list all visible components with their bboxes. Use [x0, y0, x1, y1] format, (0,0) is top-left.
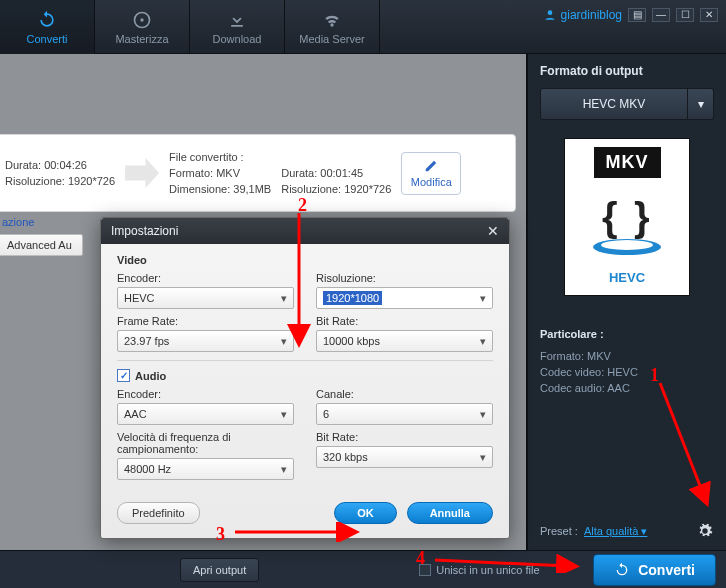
- file-item: Durata: 00:04:26 Risoluzione: 1920*726 F…: [0, 134, 516, 212]
- wifi-icon: [322, 10, 342, 30]
- video-section-heading: Video: [117, 254, 493, 266]
- field-label: Bit Rate:: [316, 315, 493, 327]
- tab-label: Masterizza: [115, 33, 168, 45]
- detail-row: Codec audio: AAC: [540, 382, 714, 394]
- refresh-icon: [37, 10, 57, 30]
- notebook-button[interactable]: ▤: [628, 8, 646, 22]
- dialog-titlebar: Impostazioni ✕: [101, 218, 509, 244]
- dialog-close-button[interactable]: ✕: [487, 224, 499, 238]
- preset-dropdown[interactable]: Alta qualità ▾: [584, 525, 648, 538]
- video-encoder-combo[interactable]: HEVC▾: [117, 287, 294, 309]
- audio-samplerate-combo[interactable]: 48000 Hz▾: [117, 458, 294, 480]
- mkv-badge: MKV: [594, 147, 661, 178]
- dest-meta: File convertito : Formato: MKV Dimension…: [169, 149, 271, 197]
- detail-row: Formato: MKV: [540, 350, 714, 362]
- cancel-button[interactable]: Annulla: [407, 502, 493, 524]
- audio-section-heading: ✓ Audio: [117, 369, 493, 382]
- audio-encoder-combo[interactable]: AAC▾: [117, 403, 294, 425]
- dialog-title: Impostazioni: [111, 224, 178, 238]
- format-button-group: HEVC MKV ▾: [540, 88, 714, 120]
- tab-download[interactable]: Download: [190, 0, 285, 54]
- field-label: Risoluzione:: [316, 272, 493, 284]
- svg-point-4: [601, 240, 653, 250]
- video-resolution-combo[interactable]: 1920*1080▾: [316, 287, 493, 309]
- svg-point-1: [140, 18, 143, 21]
- disc-icon: [132, 10, 152, 30]
- right-panel: Formato di output HEVC MKV ▾ MKV { } HEV…: [528, 54, 726, 550]
- close-window-button[interactable]: ✕: [700, 8, 718, 22]
- tab-masterizza[interactable]: Masterizza: [95, 0, 190, 54]
- user-icon: [543, 8, 557, 22]
- merge-label: Unisci in un unico file: [436, 564, 539, 576]
- advanced-audio-button[interactable]: Advanced Au: [0, 234, 83, 256]
- video-framerate-combo[interactable]: 23.97 fps▾: [117, 330, 294, 352]
- merge-checkbox-row[interactable]: Unisci in un unico file: [419, 564, 539, 576]
- preset-label: Preset :: [540, 525, 578, 537]
- dest-meta2: Durata: 00:01:45 Risoluzione: 1920*726: [281, 149, 391, 197]
- ok-button[interactable]: OK: [334, 502, 397, 524]
- svg-text:{: {: [602, 195, 618, 239]
- modifica-button[interactable]: Modifica: [401, 152, 461, 195]
- detail-row: Codec video: HEVC: [540, 366, 714, 378]
- audio-channel-combo[interactable]: 6▾: [316, 403, 493, 425]
- video-bitrate-combo[interactable]: 10000 kbps▾: [316, 330, 493, 352]
- open-output-button[interactable]: Apri output: [180, 558, 259, 582]
- gear-icon: [697, 523, 713, 539]
- settings-dialog: Impostazioni ✕ Video Encoder: HEVC▾ Riso…: [100, 217, 510, 539]
- format-dropdown-button[interactable]: ▾: [688, 88, 714, 120]
- edit-icon: [424, 159, 438, 173]
- audio-bitrate-combo[interactable]: 320 kbps▾: [316, 446, 493, 468]
- details-section: Particolare : Formato: MKV Codec video: …: [540, 328, 714, 398]
- field-label: Encoder:: [117, 388, 294, 400]
- codec-braces-icon: { }: [582, 189, 672, 259]
- output-format-heading: Formato di output: [540, 64, 714, 78]
- codec-label: HEVC: [609, 270, 645, 285]
- preset-row: Preset : Alta qualità ▾: [540, 522, 714, 540]
- default-button[interactable]: Predefinito: [117, 502, 200, 524]
- details-heading: Particolare :: [540, 328, 714, 340]
- top-toolbar: Converti Masterizza Download Media Serve…: [0, 0, 726, 54]
- tab-label: Converti: [27, 33, 68, 45]
- audio-checkbox[interactable]: ✓: [117, 369, 130, 382]
- maximize-button[interactable]: ☐: [676, 8, 694, 22]
- format-preview-card: MKV { } HEVC: [564, 138, 690, 296]
- arrow-icon: [125, 158, 159, 188]
- field-label: Velocità di frequenza di campionamento:: [117, 431, 294, 455]
- tab-mediaserver[interactable]: Media Server: [285, 0, 380, 54]
- converti-button[interactable]: Converti: [593, 554, 716, 586]
- field-label: Canale:: [316, 388, 493, 400]
- settings-gear-button[interactable]: [696, 522, 714, 540]
- source-meta: Durata: 00:04:26 Risoluzione: 1920*726: [5, 157, 115, 189]
- minimize-button[interactable]: —: [652, 8, 670, 22]
- field-label: Frame Rate:: [117, 315, 294, 327]
- tab-converti[interactable]: Converti: [0, 0, 95, 54]
- format-button[interactable]: HEVC MKV: [540, 88, 688, 120]
- tab-label: Download: [213, 33, 262, 45]
- tab-label: Media Server: [299, 33, 364, 45]
- svg-point-2: [547, 10, 552, 15]
- account-link[interactable]: giardiniblog: [543, 8, 622, 22]
- download-icon: [227, 10, 247, 30]
- field-label: Encoder:: [117, 272, 294, 284]
- svg-text:}: }: [634, 195, 650, 239]
- bottom-bar: Apri output Unisci in un unico file Conv…: [0, 550, 726, 588]
- field-label: Bit Rate:: [316, 431, 493, 443]
- merge-checkbox[interactable]: [419, 564, 431, 576]
- refresh-icon: [614, 562, 630, 578]
